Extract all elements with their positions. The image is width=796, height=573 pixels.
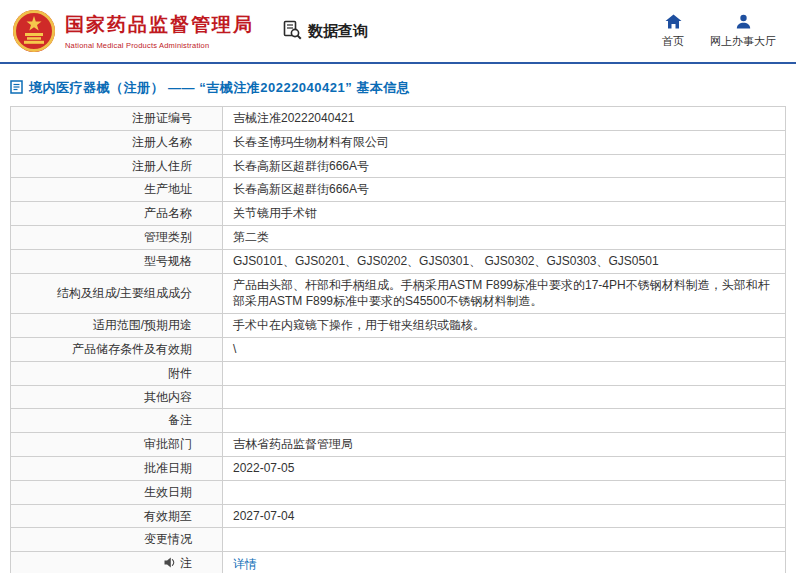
table-row: 产品储存条件及有效期\	[11, 337, 786, 361]
row-value	[223, 409, 786, 433]
row-value: 长春高新区超群街666A号	[223, 154, 786, 178]
page-title: 境内医疗器械（注册） —— “吉械注准20222040421” 基本信息	[29, 79, 410, 97]
row-value: 吉械注准20222040421	[223, 107, 786, 131]
table-row: 生产地址长春高新区超群街666A号	[11, 178, 786, 202]
info-table-body: 注册证编号吉械注准20222040421注册人名称长春圣博玛生物材料有限公司注册…	[11, 107, 786, 573]
header: 国家药品监督管理局 National Medical Products Admi…	[0, 0, 796, 64]
detail-link[interactable]: 详情	[233, 557, 257, 571]
row-label: 结构及组成/主要组成成分	[11, 273, 223, 314]
table-row: 注册证编号吉械注准20222040421	[11, 107, 786, 131]
data-query-tab[interactable]: 数据查询	[282, 20, 368, 43]
row-label: 型号规格	[11, 249, 223, 273]
agency-name-cn: 国家药品监督管理局	[65, 12, 254, 38]
table-row: 其他内容	[11, 385, 786, 409]
info-table: 注册证编号吉械注准20222040421注册人名称长春圣博玛生物材料有限公司注册…	[10, 106, 786, 573]
table-row: 结构及组成/主要组成成分产品由头部、杆部和手柄组成。手柄采用ASTM F899标…	[11, 273, 786, 314]
table-row: 型号规格GJS0101、GJS0201、GJS0202、GJS0301、 GJS…	[11, 249, 786, 273]
row-label: 附件	[11, 361, 223, 385]
row-label: 生产地址	[11, 178, 223, 202]
row-label: 产品储存条件及有效期	[11, 337, 223, 361]
data-query-icon	[282, 20, 302, 43]
row-value: 长春高新区超群街666A号	[223, 178, 786, 202]
row-label: 批准日期	[11, 456, 223, 480]
table-row: 备注	[11, 409, 786, 433]
row-label: 注册人住所	[11, 154, 223, 178]
nav-service-hall-label: 网上办事大厅	[710, 34, 776, 49]
row-label: 注	[11, 552, 223, 573]
row-value: 产品由头部、杆部和手柄组成。手柄采用ASTM F899标准中要求的17-4PH不…	[223, 273, 786, 314]
table-row: 批准日期2022-07-05	[11, 456, 786, 480]
table-row: 注册人住所长春高新区超群街666A号	[11, 154, 786, 178]
table-row: 注详情	[11, 552, 786, 573]
row-label: 备注	[11, 409, 223, 433]
row-label: 管理类别	[11, 225, 223, 249]
nav-home[interactable]: 首页	[662, 14, 684, 49]
table-row: 适用范围/预期用途手术中在内窥镜下操作，用于钳夹组织或髓核。	[11, 314, 786, 338]
row-value: 2027-07-04	[223, 504, 786, 528]
page-title-row: 境内医疗器械（注册） —— “吉械注准20222040421” 基本信息	[0, 64, 796, 106]
row-label: 产品名称	[11, 202, 223, 226]
row-value: 长春圣博玛生物材料有限公司	[223, 130, 786, 154]
row-value	[223, 361, 786, 385]
row-label: 生效日期	[11, 480, 223, 504]
row-label: 注册人名称	[11, 130, 223, 154]
row-value: 2022-07-05	[223, 456, 786, 480]
table-row: 审批部门吉林省药品监督管理局	[11, 433, 786, 457]
row-label: 注册证编号	[11, 107, 223, 131]
row-value: 关节镜用手术钳	[223, 202, 786, 226]
agency-name-en: National Medical Products Administration	[65, 41, 254, 50]
speaker-icon	[164, 556, 176, 573]
header-nav: 首页 网上办事大厅	[662, 14, 780, 49]
home-icon	[665, 14, 682, 31]
agency-title-block: 国家药品监督管理局 National Medical Products Admi…	[65, 12, 254, 50]
table-row: 注册人名称长春圣博玛生物材料有限公司	[11, 130, 786, 154]
row-label: 其他内容	[11, 385, 223, 409]
data-query-label: 数据查询	[308, 22, 368, 41]
row-value: 详情	[223, 552, 786, 573]
nav-service-hall[interactable]: 网上办事大厅	[710, 14, 776, 49]
person-icon	[736, 14, 751, 31]
nav-home-label: 首页	[662, 34, 684, 49]
row-value: 第二类	[223, 225, 786, 249]
row-label: 变更情况	[11, 528, 223, 552]
table-row: 生效日期	[11, 480, 786, 504]
national-emblem-icon	[12, 9, 56, 53]
row-value: GJS0101、GJS0201、GJS0202、GJS0301、 GJS0302…	[223, 249, 786, 273]
row-label: 审批部门	[11, 433, 223, 457]
row-value	[223, 528, 786, 552]
row-label: 有效期至	[11, 504, 223, 528]
nmpa-logo	[12, 9, 56, 53]
table-row: 产品名称关节镜用手术钳	[11, 202, 786, 226]
row-value: 吉林省药品监督管理局	[223, 433, 786, 457]
row-value: 手术中在内窥镜下操作，用于钳夹组织或髓核。	[223, 314, 786, 338]
table-row: 附件	[11, 361, 786, 385]
table-row: 有效期至2027-07-04	[11, 504, 786, 528]
row-value	[223, 480, 786, 504]
table-row: 管理类别第二类	[11, 225, 786, 249]
row-value	[223, 385, 786, 409]
table-row: 变更情况	[11, 528, 786, 552]
row-value: \	[223, 337, 786, 361]
document-icon	[10, 80, 23, 97]
row-label: 适用范围/预期用途	[11, 314, 223, 338]
